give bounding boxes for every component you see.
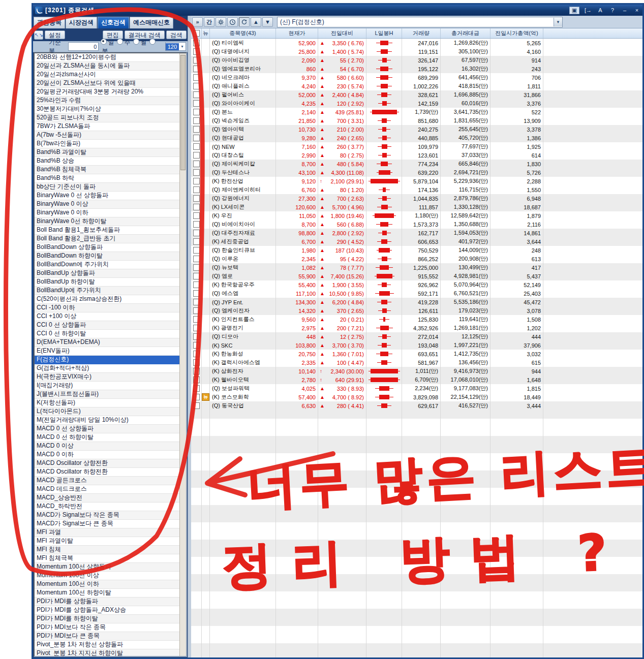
triangle-down-icon[interactable]: ▼	[262, 17, 273, 27]
row-checkbox[interactable]	[193, 91, 200, 98]
row-checkbox[interactable]	[193, 212, 200, 219]
table-row[interactable]: (Q) 대주전자재료98,800▲2,800 ( 2.92)162,7171,5…	[191, 229, 642, 237]
column-header[interactable]: 뉴	[202, 28, 210, 38]
row-checkbox[interactable]	[193, 299, 200, 305]
condition-item[interactable]: CCI +100 이상	[35, 312, 179, 321]
condition-item[interactable]: MACD 0 이상	[35, 442, 179, 451]
condition-item[interactable]: L(적다이아몬드)	[35, 407, 179, 416]
condition-item[interactable]: PDI가 MDI를 하향이탈	[35, 615, 179, 623]
row-checkbox[interactable]	[193, 83, 200, 89]
table-row[interactable]: (K) 광명전기2,975▲200 ( 7.21)4,352,9261,269,…	[191, 324, 642, 332]
condition-item[interactable]: F(검정신호)	[35, 356, 179, 364]
condition-item[interactable]: Momentum 100선 이하	[35, 580, 179, 589]
minute-combobox[interactable]: 120 ▼	[165, 42, 186, 51]
panel-icon[interactable]: ▣	[569, 7, 579, 14]
condition-item[interactable]: MACD_하락반전	[35, 503, 179, 511]
condition-item[interactable]: CCI 0 선 상향돌파	[35, 321, 179, 330]
clock-icon[interactable]	[227, 17, 238, 27]
condition-item[interactable]: MFI 과열	[35, 528, 179, 537]
resize-arrows-icon[interactable]: ↖↘	[34, 30, 43, 40]
table-row[interactable]: (Q) 비에이치아이8,700▲560 ( 6.88)1,573,3731,35…	[191, 220, 642, 229]
row-checkbox[interactable]	[193, 230, 200, 236]
condition-item[interactable]: MACD 0 선 상향돌파	[35, 425, 179, 433]
condition-item[interactable]: BollBandDown에 주가위치	[35, 261, 179, 269]
table-row[interactable]: (K) 세진중공업6,700▲290 ( 4.52)606,653401,972…	[191, 237, 642, 246]
row-checkbox[interactable]	[193, 359, 200, 366]
table-row[interactable]: (Q) JYP Ent.134,300▲6,200 ( 4.84)419,228…	[191, 298, 642, 306]
table-row[interactable]: (Q) 현대공업9,280▲240 ( 2.65)440,885405,720(…	[191, 134, 642, 142]
condition-item[interactable]: MACD 데드크로스	[35, 485, 179, 494]
row-checkbox[interactable]	[193, 204, 200, 210]
condition-item[interactable]: MACD Oscillator 상향전환	[35, 459, 179, 468]
condition-item[interactable]: BollBandDown 상향돌파	[35, 243, 179, 252]
row-checkbox[interactable]	[193, 109, 200, 115]
radio-일[interactable]	[101, 39, 107, 45]
row-checkbox[interactable]	[193, 325, 200, 331]
condition-item[interactable]: BinaryWave 0선 하향이탈	[35, 217, 179, 226]
condition-item[interactable]: Momentum 100선 상향돌파	[35, 563, 179, 572]
condition-item[interactable]: 20BB와 선행12+120이평수렴	[35, 53, 179, 62]
row-checkbox[interactable]	[193, 376, 200, 383]
row-checkbox[interactable]	[193, 161, 200, 167]
row-checkbox[interactable]	[193, 238, 200, 245]
row-checkbox[interactable]	[193, 135, 200, 141]
condition-item[interactable]: B(7bw라인돌파)	[35, 140, 179, 148]
condition-item[interactable]: A(7bw -5선돌파)	[35, 131, 179, 140]
table-row[interactable]: (K) 한국항공우주55,400▲1,900 ( 3.55)926,9625,0…	[191, 280, 642, 289]
table-row[interactable]: (K) SKC103,800▲3,700 ( 3.70)193,0481,997…	[191, 341, 642, 350]
table-row[interactable]: (Q) 뉴보텍1,082▲78 ( 7.77)1,225,000130,499(…	[191, 263, 642, 272]
row-checkbox[interactable]	[193, 221, 200, 228]
condition-item[interactable]: Band%B 상승	[35, 157, 179, 166]
table-row[interactable]: (K) LX세미콘120,600▲5,700 ( 4.96)111,8571,3…	[191, 203, 642, 211]
condition-item[interactable]: BinaryWave 0 이하	[35, 209, 179, 217]
table-row[interactable]: (Q) 보성파워텍4,025▲330 ( 8.93)2,234(만)9,177,…	[191, 384, 642, 393]
table-row[interactable]: (K) 한농화성20,750▲1,360 ( 7.01)693,6511,412…	[191, 350, 642, 358]
row-checkbox[interactable]	[193, 307, 200, 314]
condition-item[interactable]: MFI 침체	[35, 546, 179, 554]
row-checkbox[interactable]	[193, 117, 200, 124]
condition-item[interactable]: Pivot_분봉 1차 지지선 하향이탈	[35, 649, 179, 656]
chevron-down-icon[interactable]: ▼	[179, 45, 186, 48]
condition-item[interactable]: BinaryWave 0 이상	[35, 200, 179, 209]
condition-item[interactable]: G(검화+적다+적삼)	[35, 364, 179, 373]
condition-item[interactable]: 25%라인과 수렴	[35, 97, 179, 105]
gear-icon[interactable]	[216, 17, 226, 27]
table-row[interactable]: (Q) 디모아448▲12 ( 2.75)272,01412,125(만)444	[191, 332, 642, 341]
table-row[interactable]: (K) 삼화전자10,140↑2,340 (30.00)1,011(만)9,41…	[191, 367, 642, 375]
row-checkbox[interactable]	[193, 100, 200, 107]
condition-item[interactable]: 30분봉저가대비7%이상	[35, 105, 179, 114]
radio-월[interactable]	[133, 39, 139, 45]
row-checkbox[interactable]	[193, 256, 200, 262]
condition-item[interactable]: 20일선과 ZLSMA선을 동시에 돌파	[35, 62, 179, 71]
column-header[interactable]: L일봉H	[366, 28, 402, 38]
condition-item[interactable]: Band%B 침체극복	[35, 166, 179, 174]
table-row[interactable]: (Q) 제이씨케미칼8,700▲480 ( 5.84)774,234665,84…	[191, 160, 642, 168]
condition-item[interactable]: Pivot_분봉 1차 저항선 상향돌파	[35, 641, 179, 649]
condition-dropdown[interactable]: (신) F(검정신호) ▼	[277, 17, 563, 27]
row-checkbox[interactable]	[193, 368, 200, 374]
table-row[interactable]: (Q) 엠에프엠코리아860▲54 ( 6.70)195,12216,302(만…	[191, 65, 642, 73]
condition-item[interactable]: Momentum 100선 하향이탈	[35, 589, 179, 598]
table-row[interactable]: (Q) 대명에너지25,800▲1,400 ( 5.74)119,151305,…	[191, 47, 642, 56]
table-row[interactable]: (Q) 와이아이케이4,235▲120 ( 2.92)142,15960,016…	[191, 99, 642, 108]
table-row[interactable]: (Q) 제이엔케이히터6,760▲80 ( 1.20)174,136116,71…	[191, 185, 642, 194]
condition-item[interactable]: J(볼밴시프트점선돌파)	[35, 390, 179, 399]
condition-item[interactable]: 20일선이 ZLSMA선보다 위에 있을때	[35, 79, 179, 88]
condition-item[interactable]: CCI 0 선 하향이탈	[35, 330, 179, 338]
condition-item[interactable]: bb상단 기준선이 돌파	[35, 183, 179, 192]
row-checkbox[interactable]	[193, 290, 200, 297]
condition-item[interactable]: BollBandUp 하향이탈	[35, 278, 179, 287]
condition-item[interactable]: H(극한공포VIX매수)	[35, 373, 179, 382]
row-checkbox[interactable]	[193, 385, 200, 392]
condition-item[interactable]: Boll Band 활용1_횡보추세돌파	[35, 226, 179, 235]
row-checkbox[interactable]	[193, 402, 200, 409]
row-checkbox[interactable]	[193, 273, 200, 279]
condition-item[interactable]: MFI 과열이탈	[35, 537, 179, 546]
font-size-icon[interactable]: A	[597, 7, 604, 13]
table-row[interactable]: (Q) 동국산업6,630▲280 ( 4.41)629,617416,527(…	[191, 401, 642, 410]
row-checkbox[interactable]	[193, 143, 200, 150]
row-checkbox[interactable]	[193, 66, 200, 72]
table-row[interactable]: (Q) 넥슨게임즈21,850▲700 ( 3.31)851,6801,831,…	[191, 116, 642, 125]
row-checkbox[interactable]	[193, 48, 200, 55]
triangle-up-icon[interactable]: ▲	[251, 17, 261, 27]
